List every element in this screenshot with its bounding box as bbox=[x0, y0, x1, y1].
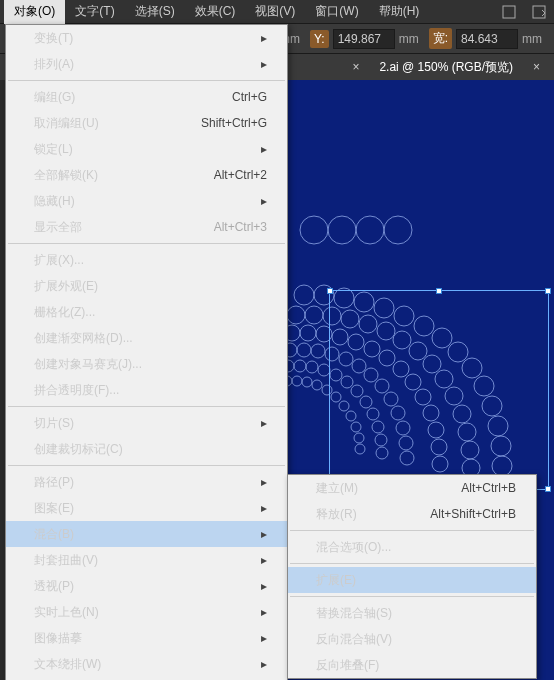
object-menu-item-13: 创建渐变网格(D)... bbox=[6, 325, 287, 351]
arrange-icon[interactable] bbox=[532, 5, 546, 19]
menu-item-label: 取消编组(U) bbox=[34, 114, 99, 132]
svg-point-5 bbox=[384, 216, 412, 244]
handle-n[interactable] bbox=[436, 288, 442, 294]
object-menu-item-24[interactable]: 透视(P)▸ bbox=[6, 573, 287, 599]
menu-item-label: 创建裁切标记(C) bbox=[34, 440, 123, 458]
menu-object[interactable]: 对象(O) bbox=[4, 0, 65, 24]
object-menu-item-23[interactable]: 封套扭曲(V)▸ bbox=[6, 547, 287, 573]
submenu-arrow-icon: ▸ bbox=[261, 414, 267, 432]
blend-submenu-item-3[interactable]: 混合选项(O)... bbox=[288, 534, 536, 560]
blend-submenu-item-9[interactable]: 反向堆叠(F) bbox=[288, 652, 536, 678]
object-menu-item-22[interactable]: 混合(B)▸ bbox=[6, 521, 287, 547]
object-menu-item-5[interactable]: 锁定(L)▸ bbox=[6, 136, 287, 162]
menu-item-label: 锁定(L) bbox=[34, 140, 73, 158]
submenu-arrow-icon: ▸ bbox=[261, 629, 267, 647]
blend-submenu-item-5[interactable]: 扩展(E) bbox=[288, 567, 536, 593]
blend-submenu-item-8[interactable]: 反向混合轴(V) bbox=[288, 626, 536, 652]
svg-point-65 bbox=[306, 361, 318, 373]
object-menu-item-25[interactable]: 实时上色(N)▸ bbox=[6, 599, 287, 625]
menu-shortcut: Alt+Ctrl+2 bbox=[214, 166, 267, 184]
submenu-arrow-icon: ▸ bbox=[261, 473, 267, 491]
object-menu-item-20[interactable]: 路径(P)▸ bbox=[6, 469, 287, 495]
menu-item-label: 反向堆叠(F) bbox=[316, 656, 379, 674]
object-menu-item-26[interactable]: 图像描摹▸ bbox=[6, 625, 287, 651]
w-label: 宽: bbox=[429, 28, 452, 49]
menu-item-label: 图像描摹 bbox=[34, 629, 82, 647]
menu-item-label: 栅格化(Z)... bbox=[34, 303, 95, 321]
menu-item-label: 建立(M) bbox=[316, 479, 358, 497]
svg-point-3 bbox=[328, 216, 356, 244]
svg-point-64 bbox=[294, 360, 306, 372]
menu-separator bbox=[8, 465, 285, 466]
tab-close[interactable]: × bbox=[527, 56, 546, 78]
object-menu-item-7[interactable]: 隐藏(H)▸ bbox=[6, 188, 287, 214]
menu-separator bbox=[290, 596, 534, 597]
object-menu-item-21[interactable]: 图案(E)▸ bbox=[6, 495, 287, 521]
menu-shortcut: Ctrl+G bbox=[232, 88, 267, 106]
submenu-arrow-icon: ▸ bbox=[261, 603, 267, 621]
handle-se[interactable] bbox=[545, 486, 551, 492]
menu-type[interactable]: 文字(T) bbox=[65, 0, 124, 24]
w-input[interactable] bbox=[456, 29, 518, 49]
object-menu-item-12[interactable]: 栅格化(Z)... bbox=[6, 299, 287, 325]
menu-separator bbox=[8, 243, 285, 244]
svg-point-78 bbox=[312, 380, 322, 390]
workspace-icon[interactable] bbox=[502, 5, 516, 19]
menu-separator bbox=[8, 406, 285, 407]
menu-separator bbox=[290, 563, 534, 564]
menu-item-label: 图案(E) bbox=[34, 499, 74, 517]
menu-shortcut: Shift+Ctrl+G bbox=[201, 114, 267, 132]
menu-effect[interactable]: 效果(C) bbox=[185, 0, 246, 24]
tab-document[interactable]: 2.ai @ 150% (RGB/预览) bbox=[373, 55, 519, 80]
menu-select[interactable]: 选择(S) bbox=[125, 0, 185, 24]
svg-point-76 bbox=[292, 376, 302, 386]
selection-bounds bbox=[329, 290, 549, 490]
menu-item-label: 变换(T) bbox=[34, 29, 73, 47]
blend-submenu-item-7: 替换混合轴(S) bbox=[288, 600, 536, 626]
object-menu-item-1[interactable]: 排列(A)▸ bbox=[6, 51, 287, 77]
object-menu-item-27[interactable]: 文本绕排(W)▸ bbox=[6, 651, 287, 677]
handle-nw[interactable] bbox=[327, 288, 333, 294]
submenu-arrow-icon: ▸ bbox=[261, 192, 267, 210]
y-input[interactable] bbox=[333, 29, 395, 49]
blend-submenu-item-0[interactable]: 建立(M)Alt+Ctrl+B bbox=[288, 475, 536, 501]
submenu-arrow-icon: ▸ bbox=[261, 499, 267, 517]
object-menu-item-3[interactable]: 编组(G)Ctrl+G bbox=[6, 84, 287, 110]
submenu-arrow-icon: ▸ bbox=[261, 655, 267, 673]
object-menu-item-4[interactable]: 取消编组(U)Shift+Ctrl+G bbox=[6, 110, 287, 136]
object-menu-item-11: 扩展外观(E) bbox=[6, 273, 287, 299]
menu-separator bbox=[8, 80, 285, 81]
menu-window[interactable]: 窗口(W) bbox=[305, 0, 368, 24]
object-menu-item-17[interactable]: 切片(S)▸ bbox=[6, 410, 287, 436]
menu-item-label: 释放(R) bbox=[316, 505, 357, 523]
menu-separator bbox=[290, 530, 534, 531]
menu-item-label: 全部解锁(K) bbox=[34, 166, 98, 184]
blend-submenu-item-1[interactable]: 释放(R)Alt+Shift+Ctrl+B bbox=[288, 501, 536, 527]
menu-item-label: 扩展(E) bbox=[316, 571, 356, 589]
object-menu-item-15[interactable]: 拼合透明度(F)... bbox=[6, 377, 287, 403]
menu-item-label: 封套扭曲(V) bbox=[34, 551, 98, 569]
object-menu-item-0[interactable]: 变换(T)▸ bbox=[6, 25, 287, 51]
submenu-arrow-icon: ▸ bbox=[261, 55, 267, 73]
menu-shortcut: Alt+Ctrl+3 bbox=[214, 218, 267, 236]
menu-item-label: 拼合透明度(F)... bbox=[34, 381, 119, 399]
menu-shortcut: Alt+Ctrl+B bbox=[461, 479, 516, 497]
submenu-arrow-icon: ▸ bbox=[261, 551, 267, 569]
blend-submenu: 建立(M)Alt+Ctrl+B释放(R)Alt+Shift+Ctrl+B混合选项… bbox=[287, 474, 537, 679]
object-menu-item-10[interactable]: 扩展(X)... bbox=[6, 247, 287, 273]
y-unit: mm bbox=[399, 32, 419, 46]
menu-help[interactable]: 帮助(H) bbox=[369, 0, 430, 24]
menu-view[interactable]: 视图(V) bbox=[245, 0, 305, 24]
menu-item-label: 路径(P) bbox=[34, 473, 74, 491]
tab-close-prev[interactable]: × bbox=[346, 56, 365, 78]
handle-ne[interactable] bbox=[545, 288, 551, 294]
submenu-arrow-icon: ▸ bbox=[261, 140, 267, 158]
svg-point-21 bbox=[287, 306, 305, 324]
menu-item-label: 反向混合轴(V) bbox=[316, 630, 392, 648]
menu-item-label: 显示全部 bbox=[34, 218, 82, 236]
menu-item-label: 实时上色(N) bbox=[34, 603, 99, 621]
svg-point-37 bbox=[300, 325, 316, 341]
object-menu-item-18[interactable]: 创建裁切标记(C) bbox=[6, 436, 287, 462]
object-menu-item-6[interactable]: 全部解锁(K)Alt+Ctrl+2 bbox=[6, 162, 287, 188]
menu-item-label: 创建对象马赛克(J)... bbox=[34, 355, 142, 373]
